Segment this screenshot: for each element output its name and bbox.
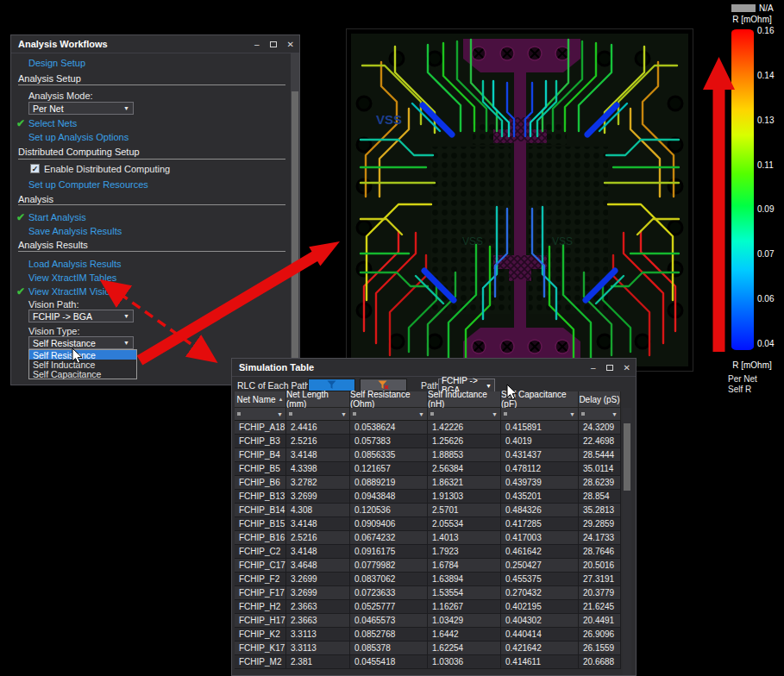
table-row[interactable]: FCHIP_C17 3.4648 0.0779982 1.6784 0.2504…: [235, 559, 624, 573]
cell-self-inductance: 1.03036: [428, 655, 501, 669]
minimize-button[interactable]: –: [254, 41, 260, 49]
table-row[interactable]: FCHIP_B5 4.3398 0.121657 2.56384 0.47811…: [235, 462, 624, 476]
vision-type-option-self-capacitance[interactable]: Self Capacitance: [29, 369, 136, 379]
cell-net-length: 2.3663: [286, 614, 350, 628]
table-row[interactable]: FCHIP_B15 3.4148 0.0909406 2.05534 0.417…: [235, 517, 624, 531]
net-label-vss: VSS: [462, 235, 483, 247]
vision-type-option-self-resistance[interactable]: Self Resistance: [29, 350, 136, 360]
separator: [18, 159, 285, 160]
cell-self-inductance: 1.25626: [428, 435, 501, 448]
table-row[interactable]: FCHIP_B16 2.5216 0.0674232 1.4013 0.4170…: [235, 531, 624, 545]
filter-cell[interactable]: ▼: [501, 408, 579, 421]
filter-cell[interactable]: ▼: [350, 408, 428, 421]
cell-self-resistance: 0.0889219: [350, 476, 428, 490]
filter-cell[interactable]: ▼: [235, 408, 286, 421]
table-header-delay[interactable]: Delay (pS): [579, 391, 621, 408]
pcb-layout-image: VSS VSS VSS: [345, 28, 694, 372]
table-row[interactable]: FCHIP_F17 3.2699 0.0723633 1.53554 0.270…: [235, 586, 624, 600]
cell-net-length: 3.4148: [286, 448, 350, 462]
vision-type-option-self-inductance[interactable]: Self Inductance: [29, 360, 136, 369]
cell-delay: 26.1559: [579, 642, 621, 655]
table-row[interactable]: FCHIP_B6 3.2782 0.0889219 1.86321 0.4397…: [235, 476, 624, 490]
cell-delay: 22.4698: [579, 435, 621, 448]
table-row[interactable]: FCHIP_B13 3.2699 0.0943848 1.91303 0.435…: [235, 490, 624, 504]
cell-net-length: 3.3113: [286, 628, 350, 642]
table-row[interactable]: FCHIP_A18 2.4416 0.0538624 1.42226 0.415…: [235, 421, 624, 435]
cell-net-name: FCHIP_C2: [235, 545, 286, 559]
chevron-down-icon: ▼: [123, 340, 129, 346]
maximize-button[interactable]: [270, 41, 277, 47]
vertical-scrollbar[interactable]: [291, 53, 299, 385]
cell-self-inductance: 1.86321: [428, 476, 501, 490]
link-load-analysis-results[interactable]: Load Analysis Results: [28, 259, 122, 269]
link-setup-computer-resources[interactable]: Set up Computer Resources: [28, 179, 148, 190]
enable-distributed-label: Enable Distributed Computing: [44, 163, 170, 175]
filter-cell[interactable]: ▼: [579, 408, 621, 421]
cell-self-inductance: 1.4013: [428, 531, 501, 545]
checkmark-icon: ✔: [16, 117, 28, 129]
table-header-net-name[interactable]: Net Name ▲: [235, 391, 286, 408]
link-design-setup[interactable]: Design Setup: [28, 58, 85, 68]
table-row[interactable]: FCHIP_M2 2.381 0.0455418 1.03036 0.41461…: [235, 655, 624, 669]
table-row[interactable]: FCHIP_H17 2.3663 0.0465573 1.03429 0.404…: [235, 614, 624, 628]
cell-self-resistance: 0.085378: [350, 642, 428, 655]
enable-distributed-checkbox[interactable]: ✓: [30, 164, 40, 173]
link-select-nets[interactable]: Select Nets: [28, 118, 77, 128]
close-button[interactable]: ✕: [287, 41, 294, 49]
link-start-analysis[interactable]: Start Analysis: [28, 212, 86, 222]
link-view-xtractim-visions[interactable]: View XtractIM Visions: [28, 286, 120, 297]
filter-cell[interactable]: ▼: [286, 408, 350, 421]
table-row[interactable]: FCHIP_B14 4.308 0.120536 2.5701 0.484326…: [235, 504, 624, 517]
table-header-self-capacitance[interactable]: Self Capacitance (pF): [501, 391, 579, 408]
table-header-self-inductance[interactable]: Self Inductance (nH): [428, 391, 501, 408]
link-setup-analysis-options[interactable]: Set up Analysis Options: [28, 132, 129, 142]
table-row[interactable]: FCHIP_K17 3.3113 0.085378 1.62254 0.4216…: [235, 642, 624, 655]
cell-delay: 20.6688: [579, 655, 621, 669]
table-row[interactable]: FCHIP_H2 2.3663 0.0525777 1.16267 0.4021…: [235, 600, 624, 614]
scrollbar-thumb[interactable]: [292, 91, 298, 379]
colorbar-scope-line1: Per Net: [728, 374, 757, 385]
table-header-net-length[interactable]: Net Length (mm): [286, 391, 350, 408]
cell-self-inductance: 1.53554: [428, 586, 501, 600]
chevron-down-icon: ▼: [612, 411, 618, 417]
table-row[interactable]: FCHIP_K2 3.3113 0.0852768 1.6442 0.44041…: [235, 628, 624, 642]
table-body: FCHIP_A18 2.4416 0.0538624 1.42226 0.415…: [235, 421, 624, 669]
link-view-xtractim-tables[interactable]: View XtractIM Tables: [28, 272, 116, 283]
cell-self-inductance: 1.88853: [428, 448, 501, 462]
cell-net-name: FCHIP_C17: [235, 559, 286, 573]
cell-self-resistance: 0.057383: [350, 435, 428, 448]
cell-delay: 28.5444: [579, 448, 621, 462]
cell-self-inductance: 2.56384: [428, 462, 501, 476]
table-row[interactable]: FCHIP_C2 3.4148 0.0916175 1.7923 0.46164…: [235, 545, 624, 559]
window-titlebar[interactable]: Analysis Workflows – ✕: [11, 35, 299, 53]
analysis-mode-value: Per Net: [33, 103, 64, 114]
filter-operator-icon: [353, 412, 356, 416]
table-row[interactable]: FCHIP_B3 2.5216 0.057383 1.25626 0.4019 …: [235, 435, 624, 448]
maximize-button[interactable]: [606, 365, 613, 371]
link-save-analysis-results[interactable]: Save Analysis Results: [28, 226, 122, 236]
analysis-mode-label: Analysis Mode:: [28, 90, 93, 102]
minimize-button[interactable]: –: [591, 364, 596, 372]
vision-type-label: Vision Type:: [28, 325, 80, 337]
window-titlebar[interactable]: Simulation Table – ✕: [232, 359, 636, 377]
filter-cell[interactable]: ▼: [428, 408, 501, 421]
cell-self-capacitance: 0.250427: [501, 559, 579, 573]
cell-self-resistance: 0.0525777: [350, 600, 428, 614]
cell-self-capacitance: 0.478112: [501, 462, 579, 476]
table-row[interactable]: FCHIP_F2 3.2699 0.0837062 1.63894 0.4553…: [235, 573, 624, 586]
vision-path-dropdown[interactable]: FCHIP -> BGA ▼: [28, 310, 134, 322]
net-label-vss: VSS: [552, 235, 573, 247]
colorbar-tick-label: 0.04: [757, 339, 774, 348]
cell-net-name: FCHIP_B4: [235, 448, 286, 462]
checkmark-icon: ✔: [16, 285, 28, 297]
vertical-scrollbar[interactable]: [623, 408, 631, 675]
separator: [18, 251, 285, 252]
chevron-down-icon: ▼: [341, 411, 347, 417]
close-button[interactable]: ✕: [624, 364, 630, 372]
cell-self-resistance: 0.0852768: [350, 628, 428, 642]
table-header-self-resistance[interactable]: Self Resistance (Ohm): [350, 391, 428, 408]
table-row[interactable]: FCHIP_B4 3.4148 0.0856335 1.88853 0.4314…: [235, 448, 624, 462]
analysis-mode-dropdown[interactable]: Per Net ▼: [28, 102, 134, 115]
scrollbar-thumb[interactable]: [624, 423, 630, 491]
vision-type-dropdown[interactable]: Self Resistance ▼: [28, 336, 134, 349]
